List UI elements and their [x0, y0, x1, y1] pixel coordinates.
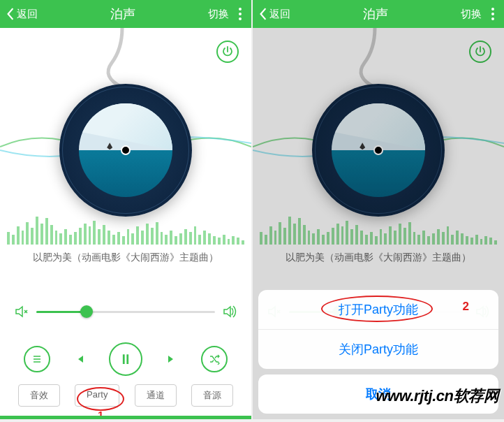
sheet-open-party-label: 打开Party功能 — [339, 303, 418, 316]
eq-bar — [208, 233, 211, 245]
list-icon — [31, 354, 43, 365]
tab-channel[interactable]: 通道 — [135, 384, 177, 407]
eq-bar — [55, 231, 58, 245]
eq-bar — [50, 225, 53, 245]
eq-bar — [59, 233, 62, 245]
player-body: 以肥为美（动画电影《大闹西游》主题曲） 打开Party功能 2 关闭Pa — [253, 28, 504, 419]
eq-bar — [36, 217, 38, 245]
eq-bar — [198, 235, 201, 245]
eq-bar — [40, 224, 43, 245]
tab-effect[interactable]: 音效 — [18, 384, 60, 407]
eq-bar — [179, 233, 182, 245]
eq-bar — [218, 238, 221, 245]
eq-bar — [213, 236, 216, 245]
eq-bar — [175, 236, 177, 245]
eq-bar — [17, 226, 20, 245]
album-disc[interactable] — [59, 84, 192, 217]
volume-slider[interactable] — [14, 304, 237, 319]
eq-bar — [45, 218, 48, 245]
eq-bar — [131, 233, 134, 245]
volume-max-icon — [222, 304, 237, 319]
screen-actionsheet: 返回 泊声 切换 — [253, 0, 504, 419]
eq-bar — [136, 226, 139, 245]
page-title: 泊声 — [38, 6, 208, 22]
playback-controls — [0, 342, 251, 376]
page-title: 泊声 — [290, 6, 461, 22]
eq-bar — [184, 229, 187, 245]
eq-bar — [93, 221, 96, 245]
eq-bar — [64, 229, 67, 245]
eq-bar — [170, 231, 172, 245]
power-button[interactable] — [216, 41, 239, 63]
header: 返回 泊声 切换 — [253, 0, 504, 28]
eq-bar — [7, 232, 10, 245]
volume-thumb[interactable] — [80, 305, 93, 318]
pause-button[interactable] — [109, 342, 142, 376]
eq-bar — [112, 235, 115, 245]
chevron-left-icon — [6, 8, 15, 20]
eq-bar — [194, 226, 197, 245]
eq-bar — [117, 232, 120, 245]
shuffle-icon — [209, 354, 220, 365]
menu-icon[interactable] — [235, 8, 246, 20]
switch-button[interactable]: 切换 — [208, 8, 229, 21]
eq-bar — [232, 236, 235, 245]
chevron-left-icon — [258, 8, 268, 20]
watermark: www.rjtj.cn软荐网 — [376, 386, 498, 407]
switch-button[interactable]: 切换 — [461, 8, 482, 21]
eq-bar — [79, 228, 82, 245]
eq-bar — [228, 239, 230, 245]
eq-bar — [189, 232, 192, 245]
eq-bar — [26, 222, 29, 245]
eq-bar — [127, 229, 130, 245]
equalizer — [7, 210, 244, 245]
next-icon — [166, 354, 177, 365]
tab-party[interactable]: Party — [75, 384, 119, 407]
back-label: 返回 — [269, 8, 290, 21]
volume-fill — [36, 311, 87, 313]
eq-bar — [156, 222, 158, 245]
eq-bar — [237, 238, 239, 245]
back-button[interactable]: 返回 — [6, 8, 38, 21]
eq-bar — [89, 226, 91, 245]
eq-bar — [223, 235, 225, 245]
prev-icon — [74, 354, 85, 365]
sheet-close-party[interactable]: 关闭Party功能 — [258, 330, 498, 369]
bottom-tabs: 音效 Party 通道 音源 — [0, 384, 251, 407]
volume-mute-icon — [14, 304, 29, 319]
back-button[interactable]: 返回 — [258, 8, 290, 21]
shuffle-button[interactable] — [201, 346, 228, 372]
volume-track[interactable] — [36, 311, 215, 313]
eq-bar — [31, 228, 34, 245]
screen-main: 返回 泊声 切换 — [0, 0, 251, 419]
eq-bar — [151, 228, 154, 245]
eq-bar — [203, 231, 206, 245]
eq-bar — [122, 236, 125, 245]
tab-source[interactable]: 音源 — [191, 384, 233, 407]
eq-bar — [12, 235, 15, 245]
header: 返回 泊声 切换 — [0, 0, 251, 28]
menu-icon[interactable] — [487, 8, 498, 20]
eq-bar — [22, 231, 24, 245]
eq-bar — [165, 235, 168, 245]
eq-bar — [69, 235, 72, 245]
eq-bar — [98, 229, 101, 245]
power-icon — [222, 46, 233, 57]
annotation-label-2: 2 — [463, 300, 469, 314]
playlist-button[interactable] — [24, 346, 50, 372]
pause-icon — [118, 351, 133, 367]
back-label: 返回 — [17, 8, 38, 21]
prev-button[interactable] — [70, 346, 89, 372]
player-body: 以肥为美（动画电影《大闹西游》主题曲） 音效 Party 通道 — [0, 28, 251, 419]
eq-bar — [242, 240, 244, 245]
next-button[interactable] — [162, 346, 181, 372]
eq-bar — [146, 224, 149, 245]
track-name: 以肥为美（动画电影《大闹西游》主题曲） — [0, 252, 251, 264]
sheet-open-party[interactable]: 打开Party功能 2 — [258, 290, 498, 330]
bottom-bar — [0, 416, 251, 419]
eq-bar — [141, 231, 144, 245]
eq-bar — [74, 232, 77, 245]
eq-bar — [108, 231, 110, 245]
eq-bar — [161, 232, 163, 245]
eq-bar — [84, 224, 87, 245]
